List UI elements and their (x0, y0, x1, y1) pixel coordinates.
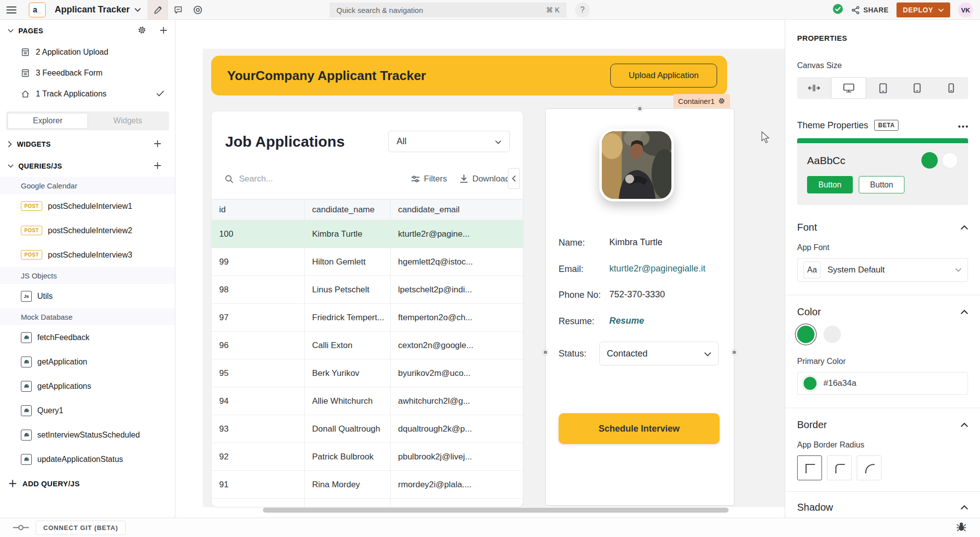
group-js-objects[interactable]: JS Objects (0, 267, 175, 284)
help-button[interactable]: ? (575, 2, 590, 17)
cell-id[interactable]: 90 (212, 499, 305, 507)
sidebar-page-track-applications[interactable]: 1 Track Applications (0, 84, 175, 104)
table-search[interactable] (225, 174, 398, 184)
color-section-header[interactable]: Color (797, 306, 968, 318)
query-item-postscheduleinterview2[interactable]: POST postScheduleInterview2 (0, 218, 175, 243)
widgets-section-header[interactable]: WIDGETS (0, 133, 175, 155)
widget-settings-gear-icon[interactable] (718, 97, 725, 104)
query-item-postscheduleinterview3[interactable]: POST postScheduleInterview3 (0, 243, 175, 267)
cell-name[interactable]: Donall Qualtrough (305, 415, 391, 443)
add-query-plus-icon[interactable] (154, 162, 161, 171)
cell-email[interactable]: lpetschelt2p@indi... (391, 276, 523, 304)
app-font-select[interactable]: Aa System Default (797, 258, 968, 282)
cell-name[interactable]: Patrick Bulbrook (305, 443, 391, 471)
table-row[interactable]: 95 Berk Yurikov byurikov2m@uco... (212, 359, 523, 387)
cell-id[interactable]: 95 (212, 359, 305, 387)
table-row[interactable]: 91 Rina Mordey rmordey2i@plala.... (212, 471, 523, 499)
horizontal-scrollbar[interactable] (263, 508, 729, 513)
table-row[interactable]: 92 Patrick Bulbrook pbulbrook2j@livej... (212, 443, 523, 471)
resize-handle-right[interactable] (732, 350, 737, 355)
cell-name[interactable]: Calli Exton (305, 332, 391, 359)
status-select[interactable]: Contacted (599, 342, 719, 365)
query-item-setinterviewstatusscheduled[interactable]: setInterviewStatusScheduled (0, 423, 175, 447)
share-button[interactable]: SHARE (851, 6, 889, 14)
query-item-postscheduleinterview1[interactable]: POST postScheduleInterview1 (0, 194, 175, 218)
column-header-candidate-name[interactable]: candidate_name (305, 199, 391, 220)
cell-email[interactable]: awhitchurch2l@g... (391, 387, 523, 415)
cell-id[interactable]: 98 (212, 276, 305, 304)
datasource-group-google-calendar[interactable]: Google Calendar (0, 177, 175, 194)
theme-preview-card[interactable]: AaBbCc Button Button (797, 138, 968, 205)
query-item-query1[interactable]: Query1 (0, 398, 175, 423)
container1-widget[interactable]: Container1 (545, 108, 735, 506)
app-title-chevron-down-icon[interactable] (135, 0, 141, 19)
secondary-color-swatch[interactable] (823, 326, 841, 343)
datasource-group-mock-database[interactable]: Mock Database (0, 308, 175, 325)
cell-id[interactable]: 97 (212, 304, 305, 332)
resize-handle-top[interactable] (637, 106, 643, 111)
app-logo[interactable]: a_ (29, 2, 46, 17)
table-row[interactable]: 97 Friedrick Tempert... ftemperton2o@ch.… (212, 304, 523, 332)
cell-name[interactable]: Hilton Gemlett (305, 248, 391, 276)
cell-name[interactable]: Allie Whitchurch (305, 387, 391, 415)
cell-email[interactable]: jmullins2h@shutt... (391, 499, 523, 507)
add-page-plus-icon[interactable] (160, 27, 167, 35)
js-object-utils[interactable]: Js Utils (0, 284, 175, 308)
quick-search-bar[interactable]: Quick search & navigation ⌘ K (329, 2, 567, 17)
cell-id[interactable]: 93 (212, 415, 305, 443)
cell-email[interactable]: cexton2n@google... (391, 332, 523, 359)
candidate-photo[interactable] (599, 129, 674, 201)
table-header-row[interactable]: id candidate_name candidate_email (212, 199, 523, 220)
cell-id[interactable]: 96 (212, 332, 305, 359)
table-row[interactable]: 99 Hilton Gemlett hgemlett2q@istoc... (212, 248, 523, 276)
query-item-updateapplicationstatus[interactable]: updateApplicationStatus (0, 447, 175, 471)
hamburger-menu-icon[interactable] (0, 0, 23, 19)
email-value-link[interactable]: kturtle2r@paginegialle.it (609, 264, 705, 275)
cell-name[interactable]: Jany Mullins (305, 499, 391, 507)
cell-id[interactable]: 99 (212, 248, 305, 276)
cell-email[interactable]: dqualtrough2k@p... (391, 415, 523, 443)
query-item-getapplication[interactable]: getApplication (0, 350, 175, 374)
canvas-size-tablet-large-icon[interactable] (866, 77, 900, 99)
font-section-header[interactable]: Font (797, 222, 968, 233)
status-filter-select[interactable]: All (388, 131, 510, 152)
radius-option-sharp[interactable] (797, 455, 822, 480)
cell-name[interactable]: Kimbra Turtle (305, 220, 391, 248)
app-header-banner-widget[interactable]: YourCompany Applicant Tracker Upload App… (211, 56, 727, 95)
collapse-columns-button[interactable] (508, 168, 520, 189)
primary-color-input[interactable]: #16a34a (797, 372, 968, 395)
cell-email[interactable]: pbulbrook2j@livej... (391, 443, 523, 471)
table-row[interactable]: 94 Allie Whitchurch awhitchurch2l@g... (212, 387, 523, 415)
canvas-size-desktop-icon[interactable] (831, 77, 866, 99)
column-header-candidate-email[interactable]: candidate_email (391, 199, 523, 220)
cell-email[interactable]: kturtle2r@pagine... (391, 220, 523, 248)
query-item-getapplications[interactable]: getApplications (0, 374, 175, 398)
cell-email[interactable]: byurikov2m@uco... (391, 359, 523, 387)
table-row[interactable]: 93 Donall Qualtrough dqualtrough2k@p... (212, 415, 523, 443)
deploy-button[interactable]: DEPLOY (897, 2, 950, 17)
app-title[interactable]: Applicant Tracker (55, 4, 130, 15)
radius-option-large-rounded[interactable] (857, 455, 882, 480)
border-section-header[interactable]: Border (797, 419, 968, 431)
debug-bug-icon[interactable] (957, 522, 966, 534)
table-download-button[interactable]: Download (460, 174, 510, 184)
table-row[interactable]: 96 Calli Exton cexton2n@google... (212, 332, 523, 359)
pages-settings-gear-icon[interactable] (138, 26, 146, 36)
query-item-fetchfeedback[interactable]: fetchFeedback (0, 325, 175, 350)
cell-id[interactable]: 92 (212, 443, 305, 471)
tab-widgets[interactable]: Widgets (88, 113, 167, 129)
theme-more-options-icon[interactable] (958, 121, 968, 130)
table-row[interactable]: 98 Linus Petschelt lpetschelt2p@indi... (212, 276, 523, 304)
table-row-selected[interactable]: 100 Kimbra Turtle kturtle2r@pagine... (212, 220, 523, 248)
cell-email[interactable]: rmordey2i@plala.... (391, 471, 523, 499)
comments-icon[interactable] (168, 0, 188, 19)
canvas-size-mobile-icon[interactable] (934, 77, 968, 99)
cell-id[interactable]: 100 (212, 220, 305, 248)
add-widget-plus-icon[interactable] (154, 140, 161, 149)
resize-handle-left[interactable] (543, 350, 548, 355)
resume-link[interactable]: Resume (609, 316, 644, 327)
preview-mode-icon[interactable] (188, 0, 208, 19)
user-avatar[interactable]: VK (958, 2, 973, 17)
cell-name[interactable]: Friedrick Tempert... (305, 304, 391, 332)
table-filters-button[interactable]: Filters (411, 174, 447, 184)
